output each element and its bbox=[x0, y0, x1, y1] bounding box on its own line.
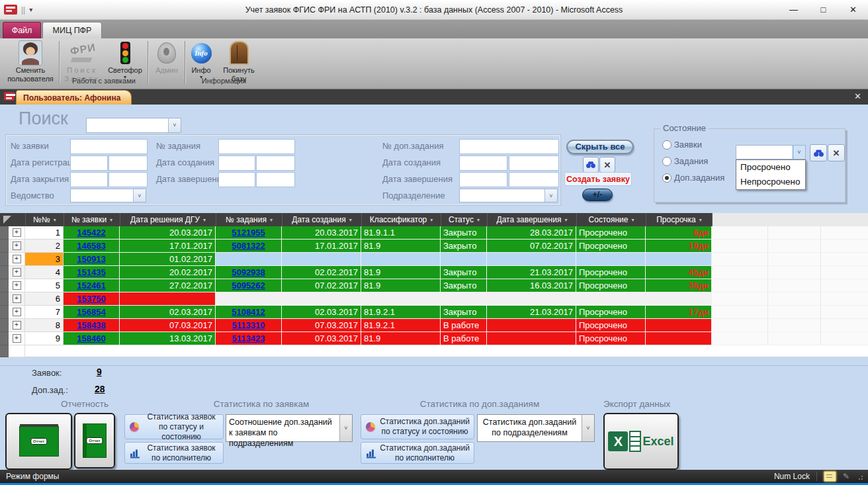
filter-arrow-icon[interactable]: ▾ bbox=[203, 217, 206, 223]
radio-dop-zadaniya-label[interactable]: Доп.задания bbox=[674, 173, 724, 183]
radio-zadaniya-label[interactable]: Задания bbox=[674, 156, 708, 166]
dropdown-option[interactable]: Непросрочено bbox=[736, 175, 805, 189]
state-find-button[interactable] bbox=[810, 144, 827, 161]
registration-date-to-input[interactable] bbox=[108, 155, 148, 171]
cell-link[interactable]: 151435 bbox=[64, 266, 120, 279]
expand-cell[interactable]: + bbox=[9, 332, 25, 345]
cell-link[interactable]: 5095262 bbox=[216, 279, 282, 292]
create-request-button[interactable]: Создать заявку bbox=[564, 172, 632, 186]
task-number-input[interactable] bbox=[218, 139, 295, 154]
cell-link[interactable]: 146583 bbox=[64, 240, 120, 253]
expand-plus-icon[interactable]: + bbox=[13, 294, 21, 303]
document-close-icon[interactable]: ✕ bbox=[854, 91, 861, 102]
expand-cell[interactable]: + bbox=[9, 253, 25, 266]
task-finished-to-input[interactable] bbox=[256, 172, 295, 187]
row-selector[interactable] bbox=[0, 240, 9, 253]
report-flipchart-button[interactable]: Отчет bbox=[5, 413, 72, 470]
column-header[interactable]: № заявки▾ bbox=[64, 213, 120, 226]
registration-date-from-input[interactable] bbox=[70, 155, 108, 171]
task-finished-from-input[interactable] bbox=[218, 172, 255, 187]
cell-link[interactable]: 145422 bbox=[64, 226, 120, 240]
closing-date-to-input[interactable] bbox=[108, 172, 148, 187]
column-header[interactable]: №№▾ bbox=[26, 213, 64, 226]
form-view-icon[interactable] bbox=[824, 471, 836, 482]
cell-link[interactable]: 5113310 bbox=[216, 319, 282, 332]
column-header[interactable]: № задания▾ bbox=[216, 213, 282, 226]
task-created-from-input[interactable] bbox=[218, 155, 255, 171]
filter-arrow-icon[interactable]: ▾ bbox=[430, 217, 433, 223]
cell-link[interactable]: 158438 bbox=[64, 319, 120, 332]
dropdown-arrow-icon[interactable]: ˅ bbox=[582, 415, 594, 441]
expand-cell[interactable]: + bbox=[9, 306, 25, 319]
expand-plus-icon[interactable]: + bbox=[13, 281, 21, 290]
search-combo-arrow-icon[interactable]: ˅ bbox=[168, 118, 181, 132]
state-filter-combo[interactable]: ˅ bbox=[736, 145, 806, 159]
subtask-number-input[interactable] bbox=[459, 139, 559, 154]
row-selector[interactable] bbox=[0, 292, 9, 306]
stat-requests-status-button[interactable]: Статистика заявок по статусу и состоянию bbox=[124, 414, 224, 439]
cell-link[interactable]: 5121955 bbox=[216, 226, 282, 240]
find-button[interactable] bbox=[583, 157, 599, 173]
request-number-input[interactable] bbox=[70, 139, 148, 154]
expand-plus-icon[interactable]: + bbox=[13, 321, 21, 330]
radio-dop-zadaniya[interactable] bbox=[662, 173, 672, 183]
tab-mic-pfr[interactable]: МИЦ ПФР bbox=[42, 22, 102, 38]
podrazdelenie-combo[interactable]: ˅ bbox=[459, 189, 558, 202]
select-all-corner[interactable] bbox=[0, 213, 26, 226]
expand-plus-icon[interactable]: + bbox=[13, 334, 21, 343]
vedomstvo-combo-arrow-icon[interactable]: ˅ bbox=[133, 189, 146, 202]
cell-link[interactable]: 158460 bbox=[64, 332, 120, 345]
state-combo-arrow-icon[interactable]: ˅ bbox=[793, 146, 805, 159]
info-button[interactable]: Info Инфо ▾ bbox=[187, 40, 215, 80]
task-created-to-input[interactable] bbox=[256, 155, 295, 171]
stat-requests-executor-button[interactable]: Статистика заявок по исполнителю bbox=[124, 442, 224, 464]
filter-arrow-icon[interactable]: ▾ bbox=[110, 217, 112, 223]
subtask-created-from-input[interactable] bbox=[459, 155, 507, 171]
column-header[interactable]: Просрочка▾ bbox=[646, 213, 713, 226]
subtask-finished-from-input[interactable] bbox=[459, 172, 507, 187]
row-selector[interactable] bbox=[0, 332, 9, 345]
cell-link[interactable]: 152461 bbox=[64, 279, 120, 292]
stat-subtasks-executor-button[interactable]: Статистика доп.заданий по исполнителю bbox=[361, 442, 474, 464]
expand-cell[interactable]: + bbox=[9, 319, 25, 332]
row-selector[interactable] bbox=[0, 266, 9, 279]
filter-arrow-icon[interactable]: ▾ bbox=[349, 217, 352, 223]
row-selector[interactable] bbox=[0, 319, 9, 332]
document-tab-user[interactable]: Пользователь: Афонина bbox=[16, 90, 132, 105]
column-header[interactable]: Дата решения ДГУ▾ bbox=[120, 213, 216, 226]
subtask-finished-to-input[interactable] bbox=[509, 172, 559, 187]
plus-minus-button[interactable]: +/- bbox=[582, 189, 613, 201]
cell-link[interactable]: 5108412 bbox=[216, 306, 282, 319]
clear-filter-button[interactable]: ✕ bbox=[599, 157, 615, 173]
filter-arrow-icon[interactable]: ▾ bbox=[54, 217, 56, 223]
filter-arrow-icon[interactable]: ▾ bbox=[631, 217, 634, 223]
hide-all-button[interactable]: Скрыть все bbox=[566, 140, 634, 154]
column-header[interactable]: Дата завершения▾ bbox=[488, 213, 577, 226]
cell-link[interactable]: 156854 bbox=[64, 306, 120, 319]
change-user-button[interactable]: Сменить пользователя bbox=[4, 40, 57, 83]
expand-cell[interactable]: + bbox=[9, 292, 25, 306]
radio-zayavki[interactable] bbox=[662, 140, 672, 150]
design-view-icon[interactable]: ✎ bbox=[843, 472, 849, 481]
expand-plus-icon[interactable]: + bbox=[13, 242, 21, 250]
expand-plus-icon[interactable]: + bbox=[13, 228, 21, 237]
search-combo[interactable]: ˅ bbox=[86, 118, 181, 133]
filter-arrow-icon[interactable]: ▾ bbox=[699, 217, 702, 223]
report-book-button[interactable]: Отчет bbox=[74, 413, 115, 468]
closing-date-from-input[interactable] bbox=[70, 172, 108, 187]
column-header[interactable]: Классификатор▾ bbox=[362, 213, 441, 226]
export-excel-button[interactable]: X Excel bbox=[603, 413, 679, 470]
svetofor-button[interactable]: Светофор ▾ bbox=[105, 40, 146, 80]
cell-link[interactable]: 5092938 bbox=[216, 266, 282, 279]
cell-link[interactable]: 5081322 bbox=[216, 240, 282, 253]
tab-file[interactable]: Файл bbox=[3, 22, 41, 38]
expand-plus-icon[interactable]: + bbox=[13, 255, 21, 263]
podrazdelenie-combo-arrow-icon[interactable]: ˅ bbox=[544, 189, 557, 202]
filter-arrow-icon[interactable]: ▾ bbox=[564, 217, 567, 223]
expand-plus-icon[interactable]: + bbox=[13, 268, 21, 277]
subtasks-report-dropdown[interactable]: Статистика доп.заданий по подразделениям… bbox=[477, 414, 595, 442]
stat-subtasks-status-button[interactable]: Статистика доп.заданий по статусу и сост… bbox=[361, 414, 474, 439]
row-selector[interactable] bbox=[0, 279, 9, 292]
row-selector[interactable] bbox=[0, 306, 9, 319]
radio-zayavki-label[interactable]: Заявки bbox=[674, 140, 702, 150]
